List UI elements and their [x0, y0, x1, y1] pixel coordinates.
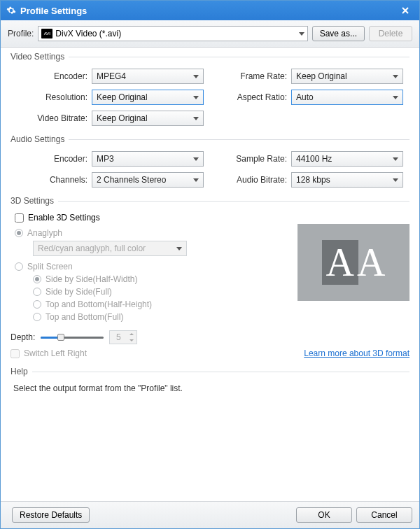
chevron-down-icon	[193, 178, 199, 182]
help-group: Help Select the output format from the "…	[10, 367, 410, 393]
anaglyph-radio: Anaglyph	[15, 228, 290, 238]
chevron-down-icon	[393, 96, 398, 99]
enable-3d-checkbox[interactable]: Enable 3D Settings	[15, 213, 410, 223]
save-as-button[interactable]: Save as...	[312, 26, 365, 41]
3d-caption: 3D Settings	[10, 196, 58, 206]
channels-label: Channels:	[10, 175, 88, 185]
audio-bitrate-label: Audio Bitrate:	[210, 175, 287, 185]
sbs-half-radio: Side by Side(Half-Width)	[33, 274, 290, 284]
channels-select[interactable]: 2 Channels Stereo	[92, 172, 204, 188]
audio-encoder-select[interactable]: MP3	[92, 151, 204, 167]
slider-thumb	[57, 334, 64, 341]
close-icon	[402, 7, 409, 14]
resolution-select[interactable]: Keep Original	[92, 90, 204, 105]
video-bitrate-select[interactable]: Keep Original	[92, 111, 204, 126]
enable-3d-input[interactable]	[15, 213, 24, 223]
aspect-label: Aspect Ratio:	[210, 92, 287, 102]
resolution-label: Resolution:	[10, 92, 88, 102]
audio-encoder-label: Encoder:	[10, 154, 88, 164]
profile-settings-dialog: Profile Settings Profile: AVI DivX Video…	[0, 0, 420, 529]
chevron-down-icon	[193, 96, 199, 99]
sbs-full-radio: Side by Side(Full)	[33, 287, 290, 297]
spin-down-icon	[127, 337, 136, 344]
video-settings-group: Video Settings Encoder: MPEG4 Frame Rate…	[10, 52, 410, 126]
close-button[interactable]	[397, 3, 414, 17]
ok-button[interactable]: OK	[296, 507, 352, 523]
chevron-down-icon	[299, 32, 304, 36]
help-caption: Help	[10, 367, 32, 376]
chevron-down-icon	[393, 178, 398, 182]
radio-icon	[15, 229, 23, 237]
anaglyph-type-select: Red/cyan anaglyph, full color	[33, 241, 187, 256]
chevron-down-icon	[176, 247, 182, 251]
depth-spinner: 5	[109, 330, 137, 344]
radio-icon	[33, 275, 41, 283]
video-bitrate-label: Video Bitrate:	[10, 113, 88, 123]
enable-3d-label: Enable 3D Settings	[28, 213, 100, 223]
audio-caption: Audio Settings	[10, 134, 69, 144]
chevron-down-icon	[193, 75, 199, 78]
spin-up-icon	[127, 331, 136, 337]
radio-icon	[33, 288, 41, 296]
cancel-button[interactable]: Cancel	[356, 507, 412, 523]
avi-file-icon: AVI	[41, 29, 52, 38]
audio-settings-group: Audio Settings Encoder: MP3 Sample Rate:…	[10, 134, 410, 188]
3d-settings-group: 3D Settings Enable 3D Settings Anaglyph …	[10, 196, 410, 358]
video-caption: Video Settings	[10, 52, 69, 62]
switch-left-right-checkbox: Switch Left Right	[10, 348, 87, 358]
tab-full-radio: Top and Bottom(Full)	[33, 312, 290, 322]
radio-icon	[33, 313, 41, 321]
framerate-select[interactable]: Keep Original	[291, 69, 403, 84]
chevron-down-icon	[393, 75, 398, 78]
samplerate-label: Sample Rate:	[210, 154, 287, 164]
framerate-label: Frame Rate:	[210, 71, 287, 81]
delete-button: Delete	[369, 26, 412, 41]
restore-defaults-button[interactable]: Restore Defaults	[12, 507, 90, 523]
profile-label: Profile:	[8, 29, 34, 38]
depth-label: Depth:	[10, 332, 35, 342]
learn-more-link[interactable]: Learn more about 3D format	[304, 348, 410, 358]
depth-slider	[41, 332, 104, 342]
switch-lr-input	[10, 349, 20, 358]
chevron-down-icon	[193, 117, 199, 120]
aspect-select[interactable]: Auto	[291, 90, 403, 105]
split-screen-radio: Split Screen	[15, 262, 290, 271]
samplerate-select[interactable]: 44100 Hz	[291, 151, 403, 167]
tab-half-radio: Top and Bottom(Half-Height)	[33, 299, 290, 309]
titlebar: Profile Settings	[1, 1, 419, 20]
audio-bitrate-select[interactable]: 128 kbps	[291, 172, 403, 188]
video-encoder-select[interactable]: MPEG4	[92, 69, 204, 84]
radio-icon	[33, 300, 41, 309]
video-encoder-label: Encoder:	[10, 71, 88, 81]
profile-select[interactable]: AVI DivX Video (*.avi)	[38, 26, 307, 41]
footer: Restore Defaults OK Cancel	[1, 501, 419, 528]
chevron-down-icon	[193, 157, 199, 161]
radio-icon	[15, 262, 23, 271]
preview-letter-left: A	[322, 240, 358, 285]
help-text: Select the output format from the "Profi…	[13, 383, 410, 393]
window-title: Profile Settings	[20, 6, 397, 16]
toolbar: Profile: AVI DivX Video (*.avi) Save as.…	[1, 20, 419, 48]
gear-icon	[6, 6, 16, 15]
3d-preview: AA	[298, 224, 410, 301]
profile-value: DivX Video (*.avi)	[55, 29, 295, 38]
preview-letter-right: A	[357, 240, 385, 285]
content-area: Video Settings Encoder: MPEG4 Frame Rate…	[1, 48, 419, 501]
chevron-down-icon	[393, 157, 398, 161]
